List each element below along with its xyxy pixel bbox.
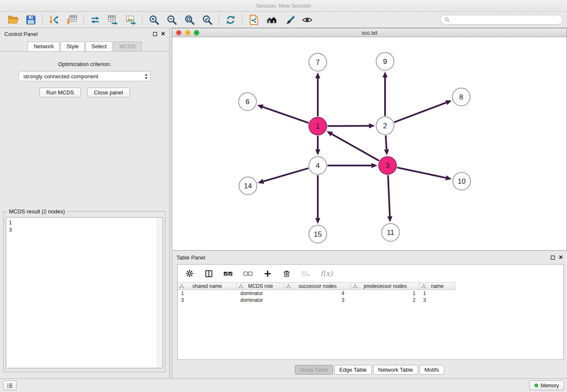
split-columns-icon [205, 270, 213, 278]
column-tree-icon [421, 284, 426, 289]
close-window-button[interactable]: × [176, 30, 182, 36]
memory-button[interactable]: Memory [529, 381, 564, 390]
tab-style[interactable]: Style [61, 41, 85, 51]
graph-edge-3-10[interactable] [397, 168, 446, 178]
delete-column-button[interactable] [281, 267, 292, 280]
maximize-window-button[interactable]: + [194, 30, 199, 36]
zoom-out-button[interactable] [163, 13, 181, 27]
table-row[interactable]: 3 dominator 3 2 3 [178, 297, 563, 304]
zoom-selected-button[interactable] [198, 13, 216, 27]
export-image-button[interactable] [122, 13, 140, 27]
zoom-out-icon [166, 14, 177, 25]
float-panel-icon[interactable] [550, 255, 555, 260]
close-panel-icon[interactable]: × [161, 31, 165, 36]
edge-arrowhead [257, 105, 264, 109]
mcds-result-item[interactable]: 1 [9, 219, 160, 226]
network-window-titlebar[interactable]: × − + scc.txt [172, 28, 567, 37]
export-network-button[interactable] [86, 13, 104, 27]
network-window-title: scc.txt [172, 30, 567, 36]
mcds-result-title: MCDS result (2 nodes) [7, 208, 66, 215]
column-header-name[interactable]: name [420, 282, 455, 290]
network-graph[interactable]: 1234678910111415 [172, 37, 567, 250]
save-session-button[interactable] [22, 13, 40, 27]
graph-edge-1-2[interactable] [328, 126, 369, 126]
style-brush-button[interactable] [281, 13, 298, 27]
criterion-dropdown[interactable]: strongly connected component [19, 71, 151, 81]
graph-node-label: 8 [459, 93, 463, 101]
graph-node-label: 10 [458, 177, 466, 185]
first-neighbors-button[interactable] [263, 13, 281, 27]
graph-node-label: 3 [385, 162, 389, 170]
column-header-shared-name[interactable]: shared name [178, 282, 237, 290]
tab-select[interactable]: Select [85, 41, 113, 51]
network-document-button[interactable] [245, 13, 263, 27]
open-session-button[interactable] [4, 13, 22, 27]
show-column-panel-button[interactable] [204, 267, 214, 280]
export-table-button[interactable] [104, 13, 122, 27]
graph-edge-2-3[interactable] [385, 135, 386, 149]
toolbar-separator [42, 14, 43, 25]
criterion-dropdown-value: strongly connected component [23, 73, 98, 80]
graph-edge-1-6[interactable] [263, 107, 308, 123]
toolbar-separator [83, 14, 84, 25]
table-panel-header: Table Panel × [172, 251, 567, 263]
zoom-fit-button[interactable] [181, 13, 198, 27]
tab-network[interactable]: Network [28, 41, 60, 51]
tab-edge-table[interactable]: Edge Table [334, 365, 372, 375]
cell-name: 1 [420, 290, 455, 297]
column-header-mcds-role[interactable]: MCDS role [237, 282, 284, 290]
show-hide-button[interactable] [298, 13, 316, 27]
import-table-button[interactable] [63, 13, 81, 27]
close-panel-button[interactable]: Close panel [87, 88, 130, 97]
export-network-icon [90, 14, 101, 25]
tab-network-table[interactable]: Network Table [373, 365, 418, 375]
graph-node-label: 9 [383, 58, 387, 66]
toolbar-separator [142, 14, 143, 25]
edge-arrowhead [315, 72, 320, 78]
column-header-successor-nodes[interactable]: successor nodes [284, 282, 351, 290]
edge-arrowhead [384, 149, 389, 155]
graph-node-label: 1 [316, 122, 319, 130]
window-titlebar[interactable]: Session: New Session [0, 0, 567, 12]
float-panel-icon[interactable] [153, 32, 157, 36]
toolbar-separator [219, 14, 219, 25]
task-history-button[interactable] [3, 381, 17, 390]
control-panel-tabs: Network Style Select MCDS [0, 40, 169, 52]
import-network-button[interactable] [45, 13, 63, 27]
graph-edge-3-11[interactable] [388, 175, 390, 216]
cell-predecessor-nodes: 2 [351, 297, 420, 304]
edge-arrowhead [315, 218, 320, 224]
close-panel-icon[interactable]: × [559, 255, 563, 260]
mcds-result-item[interactable]: 3 [9, 226, 160, 233]
minimize-window-button[interactable]: − [185, 30, 190, 36]
network-document-icon [248, 14, 259, 25]
plus-icon [264, 270, 272, 278]
create-column-button[interactable] [262, 267, 272, 280]
zoom-in-button[interactable] [145, 13, 163, 27]
table-row[interactable]: 1 dominator 4 1 1 [178, 290, 563, 297]
unchecked-boxes-icon [243, 271, 253, 277]
result-scrollbar[interactable] [157, 218, 162, 368]
tab-mcds[interactable]: MCDS [113, 41, 141, 51]
tab-node-table[interactable]: Node Table [295, 365, 333, 375]
select-all-columns-button[interactable] [223, 267, 234, 280]
run-mcds-button[interactable]: Run MCDS [39, 88, 81, 97]
toolbar-separator [242, 14, 242, 25]
mcds-result-group: MCDS result (2 nodes) 13 [3, 208, 165, 372]
deselect-all-columns-button[interactable] [242, 267, 253, 280]
graph-edge-2-8[interactable] [394, 102, 446, 122]
graph-edge-3-1[interactable] [332, 134, 379, 161]
zoom-fit-icon [184, 14, 195, 25]
search-input[interactable] [452, 17, 559, 23]
mcds-result-list[interactable]: 13 [6, 217, 163, 368]
apply-layout-button[interactable] [222, 13, 239, 27]
tab-motifs[interactable]: Motifs [419, 365, 444, 375]
open-folder-icon [8, 14, 19, 25]
graph-edge-4-14[interactable] [263, 168, 308, 181]
graph-node-label: 4 [316, 162, 319, 170]
function-builder-button: f(x) [320, 269, 333, 278]
zoom-selected-icon [202, 14, 213, 25]
paint-brush-icon [284, 14, 295, 25]
column-header-predecessor-nodes[interactable]: predecessor nodes [351, 282, 420, 290]
table-settings-button[interactable] [184, 267, 195, 280]
